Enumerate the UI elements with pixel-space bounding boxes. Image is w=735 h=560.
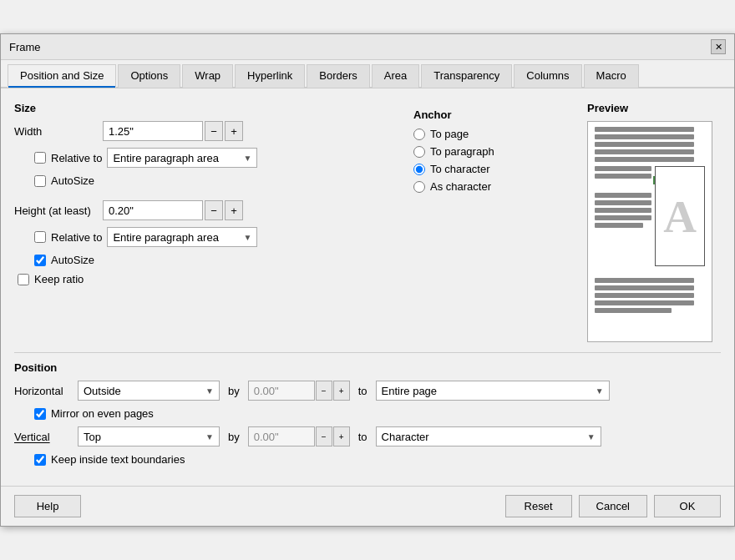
anchor-to-character-radio[interactable] <box>413 164 425 175</box>
tab-borders[interactable]: Borders <box>307 64 370 88</box>
vertical-dropdown-arrow: ▼ <box>205 432 214 441</box>
tab-bar: Position and Size Options Wrap Hyperlink… <box>1 60 734 88</box>
vertical-increment-button[interactable]: + <box>333 426 350 446</box>
anchor-to-character-row: To character <box>413 163 567 175</box>
horizontal-dropdown[interactable]: Outside ▼ <box>78 381 220 401</box>
horizontal-decrement-button[interactable]: − <box>316 381 332 401</box>
width-relative-dropdown-arrow: ▼ <box>244 154 252 163</box>
tab-area[interactable]: Area <box>372 64 419 88</box>
anchor-as-character-label: As character <box>430 180 491 193</box>
vertical-to-dropdown[interactable]: Character ▼ <box>376 426 601 446</box>
anchor-panel: Anchor To page To paragraph To character… <box>407 102 574 342</box>
width-decrement-button[interactable]: − <box>205 121 223 141</box>
keep-inside-label: Keep inside text boundaries <box>51 453 185 466</box>
preview-middle: A <box>595 166 705 275</box>
footer-right-buttons: Reset Cancel OK <box>505 495 721 517</box>
height-row: Height (at least) − + <box>14 200 393 220</box>
keep-inside-checkbox[interactable] <box>34 454 46 466</box>
height-input[interactable] <box>103 200 203 220</box>
close-button[interactable]: ✕ <box>711 39 726 54</box>
cancel-button[interactable]: Cancel <box>579 495 647 517</box>
horizontal-to-dropdown[interactable]: Entire page ▼ <box>376 381 610 401</box>
mirror-checkbox[interactable] <box>34 408 46 420</box>
anchor-as-character-radio[interactable] <box>413 181 425 193</box>
horizontal-dropdown-arrow: ▼ <box>205 386 214 396</box>
ok-button[interactable]: OK <box>654 495 721 517</box>
width-relative-checkbox[interactable] <box>34 152 46 164</box>
height-relative-row: Relative to Entire paragraph area ▼ <box>34 227 393 247</box>
width-row: Width − + <box>14 121 393 141</box>
size-panel: Size Width − + Relative to Entire paragr <box>14 102 393 342</box>
vertical-row: Vertical Top ▼ by − + to Character ▼ <box>14 426 721 446</box>
reset-button[interactable]: Reset <box>505 495 572 517</box>
width-input[interactable] <box>103 121 203 141</box>
horizontal-by-label: by <box>228 385 240 397</box>
width-increment-button[interactable]: + <box>225 121 243 141</box>
height-decrement-button[interactable]: − <box>205 200 223 220</box>
help-button[interactable]: Help <box>14 495 81 517</box>
keep-inside-row: Keep inside text boundaries <box>34 453 721 466</box>
autosize2-label: AutoSize <box>51 254 94 266</box>
preview-panel: Preview <box>587 102 721 342</box>
preview-section-label: Preview <box>587 102 721 114</box>
height-relative-checkbox[interactable] <box>34 231 46 243</box>
width-relative-dropdown[interactable]: Entire paragraph area ▼ <box>107 148 257 168</box>
preview-box: A <box>587 121 712 342</box>
vertical-by-label: by <box>228 431 240 443</box>
keep-ratio-row: Keep ratio <box>18 273 393 285</box>
anchor-to-character-label: To character <box>430 163 490 175</box>
size-section-label: Size <box>14 102 393 114</box>
anchor-section-label: Anchor <box>413 108 567 121</box>
horizontal-by-group: − + <box>248 381 350 401</box>
position-section: Position Horizontal Outside ▼ by − + to … <box>14 352 721 472</box>
horizontal-by-input[interactable] <box>248 381 315 401</box>
autosize2-checkbox[interactable] <box>34 255 46 266</box>
autosize2-row: AutoSize <box>34 254 393 266</box>
keep-ratio-checkbox[interactable] <box>18 274 29 285</box>
width-label: Width <box>14 125 98 138</box>
title-bar: Frame ✕ <box>1 34 734 60</box>
autosize1-label: AutoSize <box>51 174 94 187</box>
preview-lines-bottom <box>588 275 712 319</box>
tab-position-and-size[interactable]: Position and Size <box>8 64 116 88</box>
vertical-to-dropdown-arrow: ▼ <box>587 432 596 441</box>
preview-letter: A <box>663 190 697 243</box>
height-relative-dropdown-arrow: ▼ <box>244 233 252 242</box>
main-row: Size Width − + Relative to Entire paragr <box>14 102 721 342</box>
vertical-decrement-button[interactable]: − <box>316 426 332 446</box>
tab-wrap[interactable]: Wrap <box>182 64 233 88</box>
tab-columns[interactable]: Columns <box>514 64 581 88</box>
tab-options[interactable]: Options <box>118 64 180 88</box>
height-relative-dropdown[interactable]: Entire paragraph area ▼ <box>107 227 257 247</box>
horizontal-increment-button[interactable]: + <box>333 381 350 401</box>
height-label: Height (at least) <box>14 204 98 217</box>
horizontal-row: Horizontal Outside ▼ by − + to Entire pa… <box>14 381 721 401</box>
width-input-group: − + <box>103 121 243 141</box>
vertical-label: Vertical <box>14 431 73 443</box>
footer: Help Reset Cancel OK <box>1 486 734 526</box>
mirror-row: Mirror on even pages <box>34 407 721 420</box>
frame-dialog: Frame ✕ Position and Size Options Wrap H… <box>0 33 735 527</box>
anchor-to-page-radio[interactable] <box>413 129 425 140</box>
anchor-to-paragraph-radio[interactable] <box>413 146 425 158</box>
vertical-by-group: − + <box>248 426 350 446</box>
height-input-group: − + <box>103 200 243 220</box>
vertical-by-input[interactable] <box>248 426 315 446</box>
anchor-to-paragraph-label: To paragraph <box>430 145 494 158</box>
tab-macro[interactable]: Macro <box>584 64 639 88</box>
height-relative-label: Relative to <box>51 231 102 244</box>
width-relative-row: Relative to Entire paragraph area ▼ <box>34 148 393 168</box>
height-increment-button[interactable]: + <box>225 200 243 220</box>
vertical-to-label: to <box>358 431 368 443</box>
preview-frame: A <box>655 166 705 266</box>
autosize1-checkbox[interactable] <box>34 175 46 187</box>
vertical-dropdown[interactable]: Top ▼ <box>78 426 220 446</box>
horizontal-label: Horizontal <box>14 385 73 397</box>
anchor-to-paragraph-row: To paragraph <box>413 145 567 158</box>
tab-transparency[interactable]: Transparency <box>421 64 512 88</box>
tab-hyperlink[interactable]: Hyperlink <box>235 64 305 88</box>
mirror-label: Mirror on even pages <box>51 407 154 420</box>
autosize1-row: AutoSize <box>34 174 393 187</box>
preview-lines-top <box>588 122 712 166</box>
preview-left-lines <box>595 166 651 230</box>
